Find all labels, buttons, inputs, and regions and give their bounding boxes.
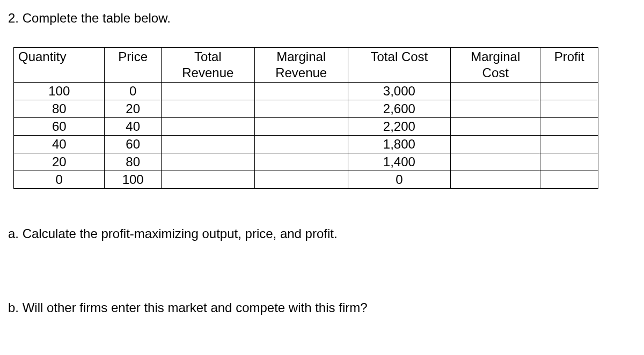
cell-total-revenue — [161, 153, 254, 171]
cell-marginal-cost — [451, 118, 540, 136]
question-title: 2. Complete the table below. — [8, 11, 636, 26]
cell-profit — [540, 100, 598, 118]
cell-marginal-cost — [451, 100, 540, 118]
cell-total-revenue — [161, 83, 254, 100]
cell-total-cost: 2,200 — [348, 118, 451, 136]
cell-price: 80 — [105, 153, 161, 171]
cell-profit — [540, 136, 598, 153]
cell-marginal-cost — [451, 153, 540, 171]
table-row: 0 100 0 — [14, 171, 598, 189]
cell-total-revenue — [161, 100, 254, 118]
table-row: 100 0 3,000 — [14, 83, 598, 100]
table-row: 80 20 2,600 — [14, 100, 598, 118]
cell-marginal-revenue — [254, 153, 348, 171]
cell-total-cost: 3,000 — [348, 83, 451, 100]
cell-quantity: 0 — [14, 171, 105, 189]
cell-marginal-revenue — [254, 136, 348, 153]
table-header-row: Quantity Price TotalRevenue MarginalReve… — [14, 48, 598, 83]
cell-quantity: 20 — [14, 153, 105, 171]
cell-quantity: 40 — [14, 136, 105, 153]
cell-profit — [540, 118, 598, 136]
cell-profit — [540, 83, 598, 100]
cell-quantity: 60 — [14, 118, 105, 136]
header-quantity: Quantity — [14, 48, 105, 83]
header-profit: Profit — [540, 48, 598, 83]
cell-marginal-revenue — [254, 100, 348, 118]
cell-price: 0 — [105, 83, 161, 100]
cell-total-revenue — [161, 118, 254, 136]
cell-marginal-cost — [451, 171, 540, 189]
cell-total-revenue — [161, 171, 254, 189]
header-marginal-revenue: MarginalRevenue — [254, 48, 348, 83]
cell-profit — [540, 153, 598, 171]
sub-question-a: a. Calculate the profit-maximizing outpu… — [8, 226, 636, 241]
header-price: Price — [105, 48, 161, 83]
cell-marginal-revenue — [254, 171, 348, 189]
cell-marginal-cost — [451, 136, 540, 153]
table-row: 60 40 2,200 — [14, 118, 598, 136]
cell-marginal-cost — [451, 83, 540, 100]
cell-price: 40 — [105, 118, 161, 136]
cell-quantity: 100 — [14, 83, 105, 100]
cell-marginal-revenue — [254, 118, 348, 136]
header-total-cost: Total Cost — [348, 48, 451, 83]
table-row: 20 80 1,400 — [14, 153, 598, 171]
cell-price: 60 — [105, 136, 161, 153]
cell-profit — [540, 171, 598, 189]
cell-total-cost: 0 — [348, 171, 451, 189]
cell-total-cost: 1,800 — [348, 136, 451, 153]
header-marginal-cost: MarginalCost — [451, 48, 540, 83]
table-row: 40 60 1,800 — [14, 136, 598, 153]
cell-price: 20 — [105, 100, 161, 118]
cell-total-cost: 2,600 — [348, 100, 451, 118]
economics-table: Quantity Price TotalRevenue MarginalReve… — [13, 47, 598, 189]
cell-quantity: 80 — [14, 100, 105, 118]
cell-total-revenue — [161, 136, 254, 153]
header-total-revenue: TotalRevenue — [161, 48, 254, 83]
cell-total-cost: 1,400 — [348, 153, 451, 171]
sub-question-b: b. Will other firms enter this market an… — [8, 300, 636, 315]
cell-marginal-revenue — [254, 83, 348, 100]
cell-price: 100 — [105, 171, 161, 189]
